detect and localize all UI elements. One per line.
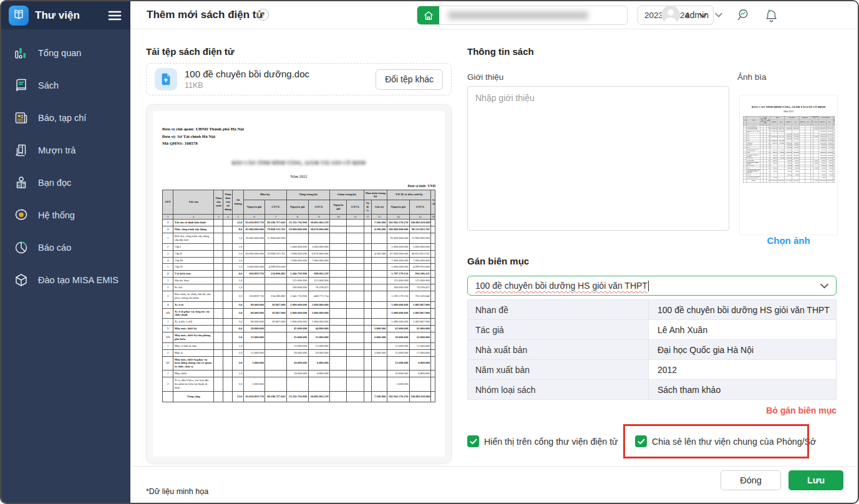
- doc-table-cell: 7.500.000: [371, 220, 387, 226]
- doc-unit-note: Đơn vị tính: VNĐ: [162, 184, 435, 188]
- doc-table-cell: Tăng trong kỳ: [286, 190, 329, 200]
- upload-section-label: Tải tệp sách điện tử: [146, 46, 235, 57]
- close-button[interactable]: Đóng: [721, 470, 781, 490]
- doc-table-cell: 32.000.000: [409, 332, 431, 343]
- show-on-portal-checkbox[interactable]: [467, 435, 479, 447]
- doc-table-cell: 1.797.579.250: [387, 271, 409, 278]
- doc-table-cell: [347, 220, 364, 226]
- doc-table-cell: 4.500.000: [371, 250, 387, 257]
- doc-table-cell: [371, 308, 387, 319]
- doc-table-cell: [347, 377, 364, 392]
- doc-table-cell: [214, 250, 223, 257]
- doc-table-cell: [330, 332, 347, 343]
- doc-table-cell: [243, 278, 265, 284]
- school-selector[interactable]: [417, 6, 628, 25]
- doc-table-cell: [265, 349, 287, 356]
- doc-org-line: Đơn vị chủ quản: UBND Thành phố Hà Nội: [162, 126, 435, 133]
- search-icon[interactable]: [737, 8, 752, 23]
- intro-label: Giới thiệu: [467, 72, 503, 82]
- field-value: 2012: [649, 360, 836, 379]
- doc-table-cell: [431, 356, 435, 371]
- doc-table-cell: 6,0: [233, 271, 243, 278]
- user-name[interactable]: admin: [685, 10, 709, 20]
- doc-table-cell: [347, 271, 364, 278]
- doc-table-cell: [431, 308, 435, 319]
- doc-table-cell: 1.083.867.000: [409, 308, 431, 319]
- doc-table-cell: [265, 377, 287, 392]
- sidebar-item-ban-doc[interactable]: Bạn đọc: [1, 167, 130, 199]
- doc-table-cell: 5.000.000.000: [308, 243, 330, 250]
- bell-icon[interactable]: [764, 8, 779, 23]
- doc-table-cell: [214, 243, 223, 250]
- catalog-search-combobox[interactable]: 100 đề chuyên bồi dưỡng HS giỏi văn THPT: [467, 276, 837, 296]
- doc-table-cell: [409, 377, 431, 392]
- doc-table-cell: Nguyên giá: [785, 120, 792, 124]
- sidebar-item-bao-tap-chi[interactable]: Báo, tạp chí: [1, 102, 130, 134]
- app-title: Thư viện: [35, 9, 80, 22]
- doc-table-cell: [371, 271, 387, 278]
- doc-table-cell: 6.800.000: [308, 356, 330, 371]
- doc-table-cell: [799, 169, 805, 173]
- doc-table-cell: Bể bơi: [173, 284, 214, 291]
- doc-table-cell: [364, 226, 371, 233]
- user-chevron-down-icon[interactable]: [715, 12, 722, 17]
- doc-table-cell: [265, 284, 287, 291]
- doc-table-cell: [308, 233, 330, 244]
- file-upload-icon: [155, 68, 177, 90]
- show-on-portal-label[interactable]: Hiển thị trên cổng thư viện điện tử: [484, 437, 618, 447]
- doc-table-cell: [330, 250, 347, 257]
- doc-table-cell: 5A: [163, 332, 173, 343]
- help-icon[interactable]: ?: [257, 9, 269, 21]
- doc-table-cell: [214, 308, 223, 319]
- doc-table-cell: [265, 371, 287, 377]
- doc-table-cell: Xe 4 đến 5 chỗ: [173, 319, 214, 326]
- sidebar-item-bao-cao[interactable]: Báo cáo: [1, 231, 130, 264]
- doc-table-cell: [371, 356, 387, 371]
- doc-table-cell: 698.002.259: [308, 271, 330, 278]
- intro-textarea[interactable]: [467, 86, 729, 231]
- choose-image-link[interactable]: Chọn ảnh: [739, 235, 838, 246]
- newspaper-icon: [13, 110, 29, 126]
- doc-table-cell: Cấp I: [173, 243, 214, 250]
- sidebar-item-dao-tao-misa-emis[interactable]: Đào tạo MISA EMIS: [1, 264, 130, 296]
- doc-table-cell: 23,0: [233, 220, 243, 226]
- doc-table-row: 1Nhà, công trình xây dựng8,081.000.000.0…: [163, 226, 435, 233]
- doc-table-cell: Sân thể thao: [173, 278, 214, 284]
- doc-table-cell: 1: [163, 233, 173, 244]
- share-to-dept-label[interactable]: Chia sẻ lên thư viện chung của Phòng/Sở: [652, 437, 816, 447]
- doc-table-cell: [364, 301, 371, 308]
- doc-table-cell: [431, 301, 435, 308]
- doc-table-cell: 1: [163, 278, 173, 284]
- catalog-search-value: 100 đề chuyên bồi dưỡng HS giỏi văn THPT: [475, 281, 648, 291]
- doc-table-cell: 8: [286, 214, 308, 219]
- doc-table-cell: Nguyên giá: [799, 120, 805, 124]
- share-to-dept-checkbox[interactable]: [635, 435, 647, 447]
- field-label: Nhà xuất bản: [468, 340, 649, 359]
- doc-table-cell: 18.670.000.000: [308, 226, 330, 233]
- doc-table-cell: 3: [163, 301, 173, 308]
- doc-table-row: 2Máy in2,015.000.00020.000.00020.000.000…: [163, 349, 435, 356]
- doc-table-cell: [214, 371, 223, 377]
- doc-table-cell: 20.000.000: [243, 326, 265, 332]
- doc-table-cell: 3,0: [233, 308, 243, 319]
- sidebar-item-tong-quan[interactable]: Tổng quan: [1, 37, 130, 69]
- save-button[interactable]: Lưu: [789, 470, 843, 490]
- chevron-down-icon[interactable]: [820, 283, 828, 289]
- doc-table-cell: 5.000.000.000: [409, 243, 431, 250]
- doc-org-line: Đơn vị: Sở Tài chính Hà Nội: [162, 133, 435, 141]
- sidebar-item-sach[interactable]: Sách: [1, 69, 130, 102]
- avatar[interactable]: [661, 6, 680, 24]
- doc-table-cell: 41.800.000: [409, 326, 431, 332]
- sidebar-item-he-thong[interactable]: Hệ thống: [1, 199, 130, 231]
- sidebar-item-muon-tra[interactable]: Mượn trả: [1, 134, 130, 167]
- doc-table-cell: 102.942.576.250: [818, 179, 826, 182]
- doc-table-cell: [223, 257, 233, 264]
- doc-table-row: Tổng cộng23,081.630.859.75080.186.717.64…: [163, 391, 435, 402]
- doc-table-cell: [214, 391, 223, 402]
- remove-catalog-link[interactable]: Bỏ gán biên mục: [467, 405, 837, 415]
- doc-table-cell: Giá trị: [813, 120, 818, 124]
- hamburger-menu-icon[interactable]: [108, 10, 122, 21]
- change-file-button[interactable]: Đổi tệp khác: [376, 69, 443, 90]
- doc-table-cell: [214, 301, 223, 308]
- sidebar-item-label: Bạn đọc: [38, 178, 71, 188]
